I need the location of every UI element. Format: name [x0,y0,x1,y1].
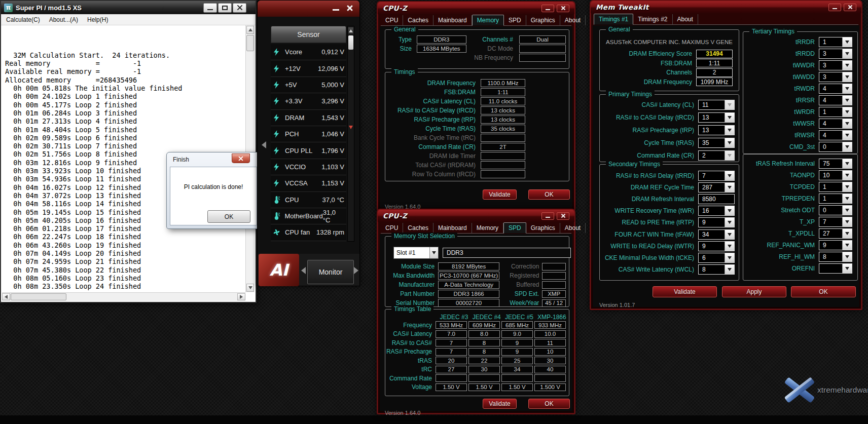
dropdown-arrow-button[interactable] [842,96,852,105]
tab[interactable]: SPD [504,15,526,25]
close-button[interactable] [557,212,569,220]
tab[interactable]: About [673,14,698,24]
prev-arrow-icon[interactable] [301,267,306,274]
menu-item[interactable]: Calculate(C) [6,16,40,23]
timing-dropdown[interactable]: 3 [819,60,852,70]
dropdown-arrow-button[interactable] [725,230,734,239]
tab[interactable]: Memory [472,15,504,26]
scroll-thumb[interactable] [246,35,254,51]
minimize-button[interactable] [828,4,841,11]
ok-button[interactable]: OK [528,399,570,409]
sensor-scrollbar[interactable] [347,26,354,242]
minimize-button[interactable] [541,5,554,12]
dropdown-arrow-button[interactable] [725,183,734,192]
minimize-button[interactable] [203,3,217,13]
dropdown-arrow-button[interactable] [725,265,734,274]
tab[interactable]: SPD [503,222,526,234]
minimize-button[interactable] [332,5,340,12]
dropdown-arrow-button[interactable] [725,253,734,262]
dropdown-arrow-button[interactable] [725,100,734,109]
ok-button[interactable]: OK [528,189,570,200]
timing-dropdown[interactable]: 4 [819,84,852,94]
scroll-up-button[interactable] [246,26,254,34]
tab[interactable]: Memory [472,223,503,233]
dropdown-arrow-button[interactable] [842,107,852,117]
tab[interactable]: Caches [403,15,433,25]
dropdown-arrow-button[interactable] [842,131,852,140]
timing-dropdown[interactable]: 8 [698,264,735,275]
timing-dropdown[interactable]: 3 [819,49,852,59]
maximize-button[interactable] [218,3,232,13]
timing-dropdown[interactable]: 1 [819,107,852,117]
dropdown-arrow-button[interactable] [842,84,852,93]
timing-dropdown[interactable]: 287 [698,182,735,192]
timing-dropdown[interactable]: 1 [819,37,852,47]
timing-dropdown[interactable]: 75 [819,159,852,169]
dropdown-arrow-button[interactable] [842,229,852,238]
minimize-button[interactable] [541,212,554,220]
dropdown-arrow-button[interactable] [725,126,734,135]
tab[interactable]: CPU [381,15,403,25]
close-button[interactable] [557,5,569,12]
timing-dropdown[interactable]: 9 [698,217,735,227]
dropdown-arrow-button[interactable] [842,37,852,47]
tab[interactable]: About [560,223,586,233]
dropdown-arrow-button[interactable] [725,151,734,160]
timing-dropdown[interactable]: 9 [819,240,852,250]
tab[interactable]: Graphics [526,15,560,25]
tab[interactable]: About [560,15,586,25]
tab[interactable]: Mainboard [433,223,472,233]
validate-button[interactable]: Validate [483,399,517,409]
dropdown-arrow-button[interactable] [842,217,852,226]
timing-dropdown[interactable]: 9 [698,241,735,251]
tab[interactable]: Caches [403,223,433,233]
timing-dropdown[interactable]: 3 [819,72,852,82]
timing-dropdown[interactable]: 0 [819,205,852,215]
dropdown-arrow-button[interactable] [725,218,734,227]
timing-dropdown[interactable]: 8580 [698,194,735,204]
scroll-down-arrow-icon[interactable] [349,126,353,129]
dropdown-arrow-button[interactable] [725,171,734,180]
dropdown-arrow-button[interactable] [842,49,852,58]
tab[interactable]: Timings #2 [633,14,672,24]
dropdown-arrow-button[interactable] [725,113,734,122]
cpuz-titlebar[interactable]: CPU-Z [378,2,574,14]
timing-dropdown[interactable]: 10 [819,170,852,180]
dropdown-arrow-button[interactable] [842,142,852,151]
menu-item[interactable]: About...(A) [49,16,78,23]
close-button[interactable] [233,3,246,13]
scroll-right-button[interactable] [237,293,245,300]
dropdown-arrow-button[interactable] [842,171,852,180]
dropdown-arrow-button[interactable] [842,252,852,261]
sensor-titlebar[interactable] [258,1,359,17]
dropdown-arrow-button[interactable] [842,194,852,203]
monitor-button[interactable]: Monitor [307,260,354,284]
timing-dropdown[interactable]: 13 [698,112,735,123]
timing-dropdown[interactable]: 2 [698,150,735,161]
horizontal-scrollbar[interactable] [2,292,245,301]
dropdown-arrow-button[interactable] [842,119,852,128]
timing-dropdown[interactable]: 8 [819,252,852,262]
timing-dropdown[interactable]: 0 [819,142,852,152]
apply-button[interactable]: Apply [722,286,786,297]
tab[interactable]: Timings #1 [594,14,633,25]
dropdown-arrow-button[interactable] [429,247,438,258]
menu-item[interactable]: Help(H) [87,16,108,23]
tab[interactable]: Mainboard [433,15,472,25]
timing-dropdown[interactable]: 16 [698,206,735,216]
timing-dropdown[interactable] [819,263,852,274]
dropdown-arrow-button[interactable] [842,159,852,168]
dropdown-arrow-button[interactable] [725,242,734,251]
dropdown-arrow-button[interactable] [725,206,734,215]
scroll-thumb[interactable] [348,35,353,50]
tab[interactable]: CPU [381,223,403,233]
ok-button[interactable]: OK [207,210,250,223]
close-button[interactable] [345,4,354,13]
close-button[interactable] [844,4,856,11]
scroll-up-button[interactable] [348,27,353,34]
scroll-left-button[interactable] [2,293,10,300]
memtweakit-titlebar[interactable]: Mem TweakIt [591,1,861,13]
validate-button[interactable]: Validate [483,189,517,200]
timing-dropdown[interactable]: 7 [819,217,852,227]
timing-dropdown[interactable]: 1 [819,194,852,204]
